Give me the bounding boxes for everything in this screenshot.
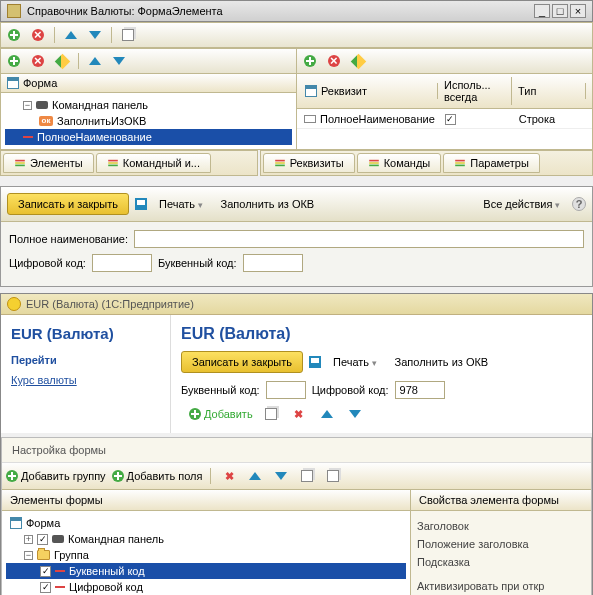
grid-header: Реквизит Исполь... всегда Тип (297, 74, 592, 109)
fill-btn[interactable]: Заполнить из ОКВ (215, 195, 321, 213)
tree-up-btn[interactable] (85, 52, 105, 70)
grid-panel: Реквизит Исполь... всегда Тип ПолноеНаим… (297, 49, 592, 149)
tab-attributes[interactable]: Реквизиты (263, 153, 355, 173)
fs-del[interactable]: ✖ (219, 467, 239, 485)
minimize-btn[interactable]: _ (534, 4, 550, 18)
col-req: Реквизит (321, 85, 367, 97)
down-btn2[interactable] (345, 405, 365, 423)
help-icon[interactable]: ? (572, 197, 586, 211)
fullname-label: Полное наименование: (9, 233, 128, 245)
win2-heading: EUR (Валюта) (181, 325, 582, 343)
props-icon (122, 29, 134, 41)
fs-paste[interactable] (323, 467, 343, 485)
add-btn[interactable] (4, 26, 24, 44)
fs-tree[interactable]: Форма +✓Командная панель −Группа ✓Буквен… (2, 511, 410, 595)
form-settings: Настройка формы Добавить группу Добавить… (1, 437, 592, 595)
tree-panel: Форма − Командная панель ок ЗаполнитьИзО… (1, 49, 297, 149)
tree-row-fullname[interactable]: ПолноеНаименование (5, 129, 292, 145)
tree-del-btn[interactable] (28, 52, 48, 70)
tree-add-btn[interactable] (4, 52, 24, 70)
split-panel: Форма − Командная панель ок ЗаполнитьИзО… (0, 48, 593, 150)
1c-icon (7, 297, 21, 311)
folder-icon (37, 550, 50, 560)
form-preview: Записать и закрыть Печать Заполнить из О… (0, 186, 593, 287)
checkbox[interactable]: ✓ (445, 114, 456, 125)
tree-label: Командная панель (52, 99, 148, 111)
down-btn[interactable] (85, 26, 105, 44)
tree-down-btn[interactable] (109, 52, 129, 70)
tree-label: ПолноеНаименование (37, 131, 152, 143)
fs-row-group[interactable]: −Группа (6, 547, 406, 563)
prop-caption[interactable]: Заголовок (417, 517, 585, 535)
tree-label: ЗаполнитьИзОКВ (57, 115, 146, 127)
lettercode-input[interactable] (243, 254, 303, 272)
cell-type: Строка (515, 113, 589, 125)
arrow-down-icon (89, 31, 101, 39)
tree-row-panel[interactable]: − Командная панель (5, 97, 292, 113)
add-group-btn[interactable]: Добавить группу (6, 470, 106, 482)
delete-btn[interactable] (28, 26, 48, 44)
fullname-input[interactable] (134, 230, 584, 248)
numcode-input[interactable] (92, 254, 152, 272)
fs-row-num[interactable]: ✓Цифровой код (6, 579, 406, 595)
tab-params[interactable]: Параметры (443, 153, 540, 173)
win2-save-icon[interactable] (309, 356, 321, 368)
prop-caption-pos[interactable]: Положение заголовка (417, 535, 585, 553)
win2-print[interactable]: Печать (327, 353, 383, 371)
add-btn2[interactable]: Добавить (189, 408, 253, 420)
copy-btn2[interactable] (261, 405, 281, 423)
tab-elements[interactable]: Элементы (3, 153, 94, 173)
win2-fill[interactable]: Заполнить из ОКВ (389, 353, 495, 371)
win2-main: EUR (Валюта) Записать и закрыть Печать З… (171, 315, 592, 433)
fs-row-form[interactable]: Форма (6, 515, 406, 531)
up-btn[interactable] (61, 26, 81, 44)
panel-icon (36, 101, 48, 109)
fs-row-panel[interactable]: +✓Командная панель (6, 531, 406, 547)
tree-edit-btn[interactable] (52, 52, 72, 70)
col-type: Тип (516, 83, 586, 99)
runtime-window: EUR (Валюта) (1С:Предприятие) EUR (Валют… (0, 293, 593, 595)
win2-save-close[interactable]: Записать и закрыть (181, 351, 303, 373)
tree-header-text: Форма (23, 77, 57, 89)
save-icon[interactable] (135, 198, 147, 210)
main-toolbar (0, 22, 593, 48)
grid-add-btn[interactable] (300, 52, 320, 70)
close-btn[interactable]: × (570, 4, 586, 18)
save-close-btn[interactable]: Записать и закрыть (7, 193, 129, 215)
maximize-btn[interactable]: □ (552, 4, 568, 18)
all-actions-btn[interactable]: Все действия (477, 195, 566, 213)
props-btn[interactable] (118, 26, 138, 44)
element-tree[interactable]: − Командная панель ок ЗаполнитьИзОКВ Пол… (1, 93, 296, 149)
fs-title: Настройка формы (2, 438, 591, 463)
win2-num-input[interactable] (395, 381, 445, 399)
grid-del-btn[interactable] (324, 52, 344, 70)
field-icon (23, 136, 33, 138)
nav-go-link[interactable]: Перейти (11, 352, 160, 368)
nav-panel: EUR (Валюта) Перейти Курс валюты (1, 315, 171, 433)
print-btn[interactable]: Печать (153, 195, 209, 213)
tab-cmdint[interactable]: Командный и... (96, 153, 211, 173)
fs-row-letter[interactable]: ✓Буквенный код (6, 563, 406, 579)
expand-btn[interactable]: − (23, 101, 32, 110)
fs-left-header: Элементы формы (2, 490, 410, 511)
arrow-up-icon (65, 31, 77, 39)
form-icon (7, 77, 19, 89)
win2-letter-label: Буквенный код: (181, 384, 260, 396)
grid-edit-btn[interactable] (348, 52, 368, 70)
fs-right-header: Свойства элемента формы (411, 490, 591, 511)
fs-down[interactable] (271, 467, 291, 485)
add-fields-btn[interactable]: Добавить поля (112, 470, 203, 482)
title-text: Справочник Валюты: ФормаЭлемента (27, 5, 223, 17)
nav-rate-link[interactable]: Курс валюты (11, 372, 160, 388)
fs-up[interactable] (245, 467, 265, 485)
prop-activate[interactable]: Активизировать при откр (417, 577, 585, 595)
tab-commands[interactable]: Команды (357, 153, 442, 173)
win2-letter-input[interactable] (266, 381, 306, 399)
del-btn2[interactable]: ✖ (289, 405, 309, 423)
up-btn2[interactable] (317, 405, 337, 423)
grid-row[interactable]: ПолноеНаименование ✓ Строка (297, 109, 592, 129)
tree-row-fill[interactable]: ок ЗаполнитьИзОКВ (5, 113, 292, 129)
fs-copy[interactable] (297, 467, 317, 485)
nav-title: EUR (Валюта) (11, 325, 160, 342)
prop-tooltip[interactable]: Подсказка (417, 553, 585, 571)
